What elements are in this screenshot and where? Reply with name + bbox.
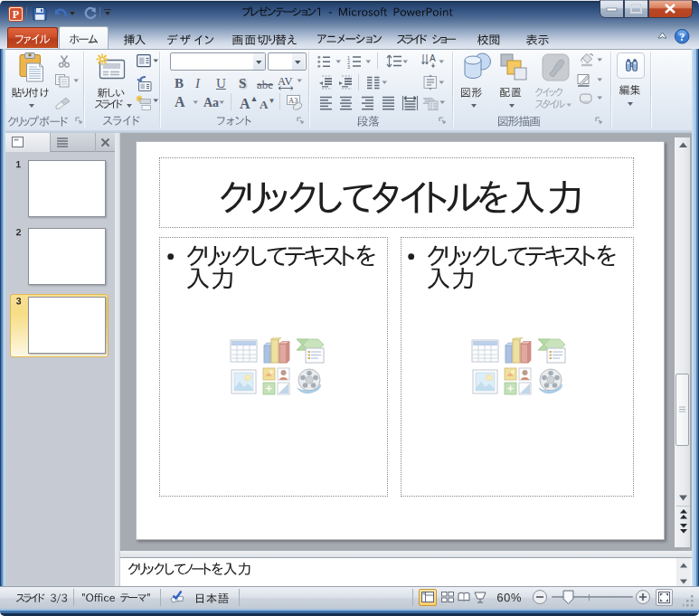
svg-text:P: P	[13, 8, 19, 21]
svg-text:3: 3	[347, 64, 350, 70]
svg-text:?: ?	[679, 31, 685, 43]
svg-text:AV: AV	[278, 76, 292, 88]
svg-text:A: A	[430, 53, 436, 63]
